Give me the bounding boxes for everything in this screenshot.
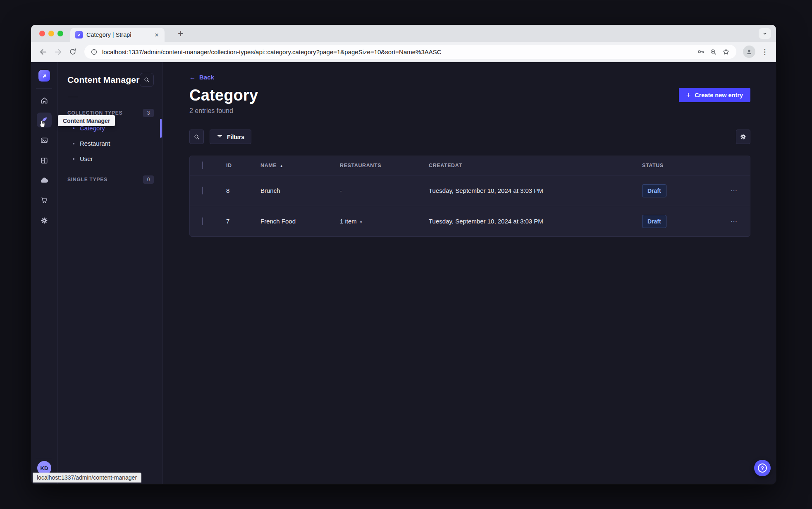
media-library-icon	[40, 136, 48, 144]
cell-name: French Food	[260, 218, 340, 225]
select-all-checkbox[interactable]	[202, 161, 203, 169]
filter-icon	[217, 134, 223, 140]
mouse-cursor	[38, 119, 48, 129]
bullet-icon	[73, 158, 74, 160]
cell-id: 7	[226, 218, 260, 225]
tab-strip: Category | Strapi × +	[31, 25, 776, 42]
table-row[interactable]: 8 Brunch - Tuesday, September 10, 2024 a…	[190, 175, 750, 206]
home-icon	[40, 96, 48, 105]
tab-close-icon[interactable]: ×	[154, 31, 160, 39]
main-content: ← Back Category 2 entries found + Create…	[162, 62, 776, 484]
browser-status-tooltip: localhost:1337/admin/content-manager	[33, 473, 141, 483]
caret-down-icon: ▾	[360, 220, 362, 224]
chevron-down-icon	[762, 31, 768, 36]
site-info-icon[interactable]	[91, 48, 98, 55]
search-icon	[143, 77, 150, 83]
sort-asc-icon: ▲	[279, 164, 284, 168]
cell-restaurants[interactable]: 1 item▾	[340, 218, 429, 225]
row-checkbox[interactable]	[202, 217, 203, 225]
browser-tab[interactable]: Category | Strapi ×	[70, 28, 165, 42]
forward-button[interactable]	[51, 45, 64, 58]
reload-icon	[69, 48, 77, 56]
nav-media-library-button[interactable]	[37, 133, 52, 148]
status-badge: Draft	[642, 215, 666, 228]
browser-window: Category | Strapi × + localhost:1337/adm…	[31, 25, 776, 484]
window-controls	[39, 31, 63, 36]
cell-name: Brunch	[260, 187, 340, 194]
row-actions-button[interactable]: ⋯	[721, 187, 738, 194]
shopping-cart-icon	[40, 196, 48, 204]
minimize-window-button[interactable]	[48, 31, 54, 36]
new-tab-button[interactable]: +	[175, 27, 186, 40]
browser-toolbar: localhost:1337/admin/content-manager/col…	[31, 42, 776, 62]
create-new-entry-label: Create new entry	[695, 92, 743, 98]
tab-title: Category | Strapi	[86, 31, 150, 38]
back-button[interactable]	[36, 45, 50, 58]
create-new-entry-button[interactable]: + Create new entry	[679, 88, 750, 102]
reload-button[interactable]	[66, 45, 79, 58]
back-label: Back	[199, 74, 214, 81]
person-icon	[745, 48, 753, 55]
single-types-label: SINGLE TYPES	[67, 177, 107, 182]
subnav-scrollbar-thumb[interactable]	[160, 119, 162, 138]
subnav-item-label: User	[80, 155, 93, 162]
row-actions-button[interactable]: ⋯	[721, 217, 738, 225]
browser-menu-button[interactable]: ⋮	[759, 48, 771, 56]
bullet-icon	[73, 143, 74, 144]
search-icon	[193, 134, 200, 140]
subnav-title: Content Manager	[67, 75, 140, 85]
help-button[interactable]: ?	[754, 460, 771, 476]
maximize-window-button[interactable]	[57, 31, 63, 36]
column-header-createdat[interactable]: CREATEDAT	[429, 163, 642, 168]
back-arrow-icon	[39, 48, 48, 56]
password-key-icon[interactable]	[697, 48, 705, 56]
tab-search-button[interactable]	[759, 28, 771, 39]
filters-label: Filters	[227, 134, 244, 140]
filters-button[interactable]: Filters	[210, 130, 251, 144]
table-row[interactable]: 7 French Food 1 item▾ Tuesday, September…	[190, 206, 750, 236]
nav-tooltip: Content Manager	[58, 115, 115, 126]
subnav-search-button[interactable]	[140, 73, 154, 87]
collection-types-count-badge: 3	[143, 109, 154, 117]
table-search-button[interactable]	[189, 130, 204, 144]
row-checkbox[interactable]	[202, 187, 203, 194]
back-link[interactable]: ← Back	[189, 74, 214, 81]
single-types-header: SINGLE TYPES 0	[67, 175, 154, 184]
cell-id: 8	[226, 187, 260, 194]
single-types-count-badge: 0	[143, 175, 154, 184]
forward-arrow-icon	[54, 48, 62, 56]
subnav-item-label: Restaurant	[80, 140, 110, 147]
plus-icon: +	[686, 91, 691, 99]
column-header-id[interactable]: ID	[226, 163, 260, 168]
bullet-icon	[73, 127, 74, 129]
subnav-item-user[interactable]: User	[67, 151, 154, 166]
strapi-favicon	[75, 31, 83, 38]
strapi-logo[interactable]	[38, 70, 50, 82]
gear-icon	[40, 216, 48, 225]
close-window-button[interactable]	[39, 31, 45, 36]
subnav-divider	[68, 97, 78, 97]
page-title: Category	[189, 86, 258, 104]
nav-cloud-button[interactable]	[37, 173, 52, 188]
url-text[interactable]: localhost:1337/admin/content-manager/col…	[102, 48, 692, 55]
cell-createdat: Tuesday, September 10, 2024 at 3:03 PM	[429, 187, 642, 194]
status-badge: Draft	[642, 184, 666, 197]
column-header-restaurants[interactable]: RESTAURANTS	[340, 163, 429, 168]
nav-settings-button[interactable]	[37, 213, 52, 228]
column-header-status[interactable]: STATUS	[642, 163, 721, 168]
entries-count: 2 entries found	[189, 107, 258, 115]
cloud-icon	[40, 176, 49, 185]
nav-content-type-builder-button[interactable]	[37, 153, 52, 168]
layout-icon	[40, 156, 48, 165]
nav-marketplace-button[interactable]	[37, 193, 52, 208]
nav-home-button[interactable]	[37, 93, 52, 108]
subnav-item-restaurant[interactable]: Restaurant	[67, 136, 154, 151]
zoom-icon[interactable]	[709, 48, 717, 56]
entries-table: ID NAME▲ RESTAURANTS CREATEDAT STATUS 8 …	[189, 156, 750, 237]
bookmark-star-icon[interactable]	[722, 48, 730, 56]
gear-icon	[740, 133, 747, 140]
browser-profile-avatar[interactable]	[743, 46, 755, 58]
column-header-name[interactable]: NAME▲	[260, 163, 340, 168]
view-settings-button[interactable]	[736, 130, 750, 144]
address-bar[interactable]: localhost:1337/admin/content-manager/col…	[84, 45, 736, 59]
